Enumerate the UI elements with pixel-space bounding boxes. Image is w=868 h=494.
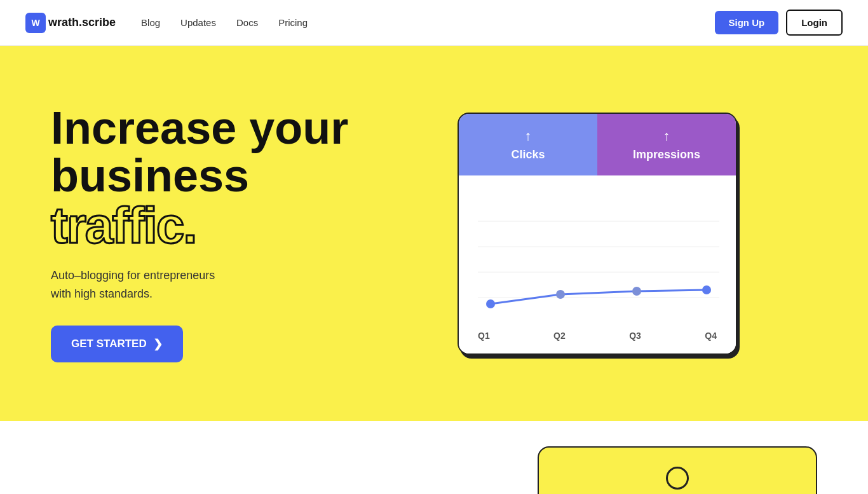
hero-subtitle: Auto–blogging for entrepreneurs with hig… xyxy=(51,266,419,303)
hero-content: Increase your business traffic. Auto–blo… xyxy=(51,104,419,363)
impressions-arrow-icon: ↑ xyxy=(663,128,670,144)
signup-button[interactable]: Sign Up xyxy=(715,11,779,34)
chart-dot-q1 xyxy=(486,299,495,308)
cta-label: GET STARTED xyxy=(71,338,147,350)
hero-title-line2: business xyxy=(51,150,249,201)
hero-title: Increase your business traffic. xyxy=(51,104,419,251)
chart-card: ↑ Clicks ↑ Impressions xyxy=(458,113,737,355)
chart-quarters: Q1 Q2 Q3 Q4 xyxy=(478,331,717,341)
tab-impressions[interactable]: ↑ Impressions xyxy=(597,114,736,175)
tab-clicks[interactable]: ↑ Clicks xyxy=(459,114,597,175)
hero-title-line1: Increase your xyxy=(51,102,348,153)
quarter-q1: Q1 xyxy=(478,331,490,341)
nav-pricing[interactable]: Pricing xyxy=(278,17,308,28)
second-card-dot xyxy=(666,467,689,490)
navbar: W wrath.scribe Blog Updates Docs Pricing… xyxy=(0,0,868,46)
chart-svg-area xyxy=(478,195,717,323)
nav-links: Blog Updates Docs Pricing xyxy=(141,17,308,28)
second-card xyxy=(538,446,817,494)
quarter-q3: Q3 xyxy=(629,331,641,341)
cta-arrow-icon: ❯ xyxy=(153,337,163,351)
nav-docs[interactable]: Docs xyxy=(236,17,258,28)
clicks-label: Clicks xyxy=(511,148,545,161)
chart-svg xyxy=(478,196,719,323)
logo-text: wrath.scribe xyxy=(48,16,116,29)
logo[interactable]: W wrath.scribe xyxy=(25,13,116,33)
hero-section: Increase your business traffic. Auto–blo… xyxy=(0,46,868,421)
quarter-q2: Q2 xyxy=(553,331,566,341)
hero-title-traffic: traffic. xyxy=(51,200,419,251)
logo-icon: W xyxy=(25,13,46,33)
below-fold-section xyxy=(0,421,868,494)
nav-blog[interactable]: Blog xyxy=(141,17,160,28)
chart-dot-q4 xyxy=(702,285,711,294)
nav-updates[interactable]: Updates xyxy=(180,17,216,28)
chart-body: Q1 Q2 Q3 Q4 xyxy=(459,175,736,353)
clicks-arrow-icon: ↑ xyxy=(525,128,532,144)
nav-left: W wrath.scribe Blog Updates Docs Pricing xyxy=(25,13,308,33)
hero-subtitle-line1: Auto–blogging for entrepreneurs xyxy=(51,269,215,282)
chart-dot-q3 xyxy=(632,287,641,296)
login-button[interactable]: Login xyxy=(786,10,843,36)
chart-tabs: ↑ Clicks ↑ Impressions xyxy=(459,114,736,175)
hero-subtitle-line2: with high standards. xyxy=(51,287,153,300)
chart-dot-q2 xyxy=(556,290,565,299)
impressions-label: Impressions xyxy=(633,148,700,161)
hero-chart: ↑ Clicks ↑ Impressions xyxy=(458,113,737,355)
get-started-button[interactable]: GET STARTED ❯ xyxy=(51,326,183,362)
nav-right: Sign Up Login xyxy=(715,10,843,36)
quarter-q4: Q4 xyxy=(705,331,717,341)
